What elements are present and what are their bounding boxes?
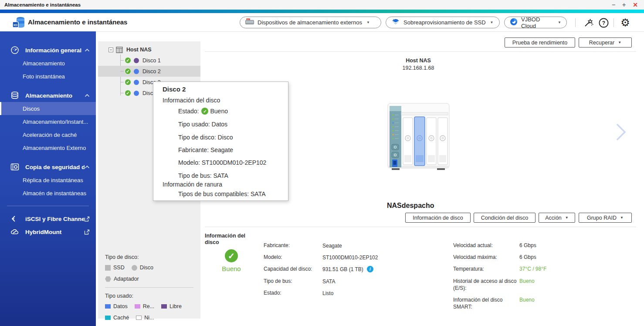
sidebar-item-replica-instantaneas[interactable]: Réplica de instantáneas bbox=[0, 173, 96, 187]
sidebar-link-iscsi[interactable]: iSCSI y Fibre Channel bbox=[0, 212, 96, 225]
tooltip-title: Disco 2 bbox=[163, 85, 186, 93]
field-label: Historial de acceso al disco (E/S): bbox=[453, 278, 519, 292]
sidebar-item-almacenamiento-instant[interactable]: Almacenamiento/Instant... bbox=[0, 115, 96, 128]
sidebar-link-hybridmount[interactable]: HybridMount bbox=[0, 225, 96, 238]
settings-gear-icon[interactable]: ⚙ bbox=[620, 17, 631, 28]
window-title: Almacenamiento e instantáneas bbox=[0, 2, 612, 7]
field-label: Información del disco SMART: bbox=[453, 296, 519, 310]
chevron-down-icon: ▼ bbox=[618, 41, 621, 44]
field-label: Capacidad del disco: bbox=[264, 266, 322, 273]
status-ok-icon: ✓ bbox=[125, 57, 131, 64]
info-icon[interactable]: i bbox=[367, 266, 373, 272]
tree-node-host-nas[interactable]: Host NAS bbox=[98, 45, 152, 54]
tooltip-row: Modelo: ST1000DM010-2EP102 bbox=[178, 159, 266, 166]
main-divider-bottom bbox=[205, 227, 636, 227]
used-type-dot bbox=[134, 91, 139, 96]
field-value: 37°C / 98°F bbox=[519, 265, 546, 272]
sidebar-item-aceleracion-cache[interactable]: Aceleración de caché bbox=[0, 128, 96, 141]
accent-gradient-bar bbox=[0, 10, 644, 13]
database-icon bbox=[10, 91, 20, 100]
app-header: IO Almacenamiento e instantáneas RAID Di… bbox=[0, 13, 644, 32]
page-title: Almacenamiento e instantáneas bbox=[28, 18, 127, 26]
tooltip-section-slot: Información de ranura bbox=[163, 181, 222, 188]
tooltip-row: Tipo de bus: SATA bbox=[178, 172, 228, 179]
legend-reservado-swatch bbox=[135, 304, 140, 309]
external-link-icon bbox=[84, 229, 90, 235]
legend-label: Adaptador bbox=[114, 276, 139, 282]
chevron-up-icon[interactable] bbox=[85, 48, 90, 52]
tab-condicion-del-disco[interactable]: Condición del disco bbox=[474, 213, 536, 223]
benchmark-button[interactable]: Prueba de rendimiento bbox=[505, 37, 575, 48]
field-label: Fabricante: bbox=[264, 242, 322, 249]
window-titlebar: Almacenamiento e instantáneas − + ✕ bbox=[0, 0, 644, 10]
vjbod-cloud-label: VJBOD Cloud bbox=[521, 16, 553, 29]
legend-divider bbox=[105, 287, 193, 288]
tab-grupo-raid-dropdown[interactable]: Grupo RAID ▼ bbox=[579, 213, 632, 223]
disk-label: Disco 2 bbox=[142, 68, 161, 75]
disk-info-panel-title: Información del disco bbox=[205, 233, 248, 246]
chevron-up-icon[interactable] bbox=[85, 165, 90, 169]
external-storage-dropdown[interactable]: RAID Dispositivos de almacenamiento exte… bbox=[240, 17, 381, 28]
ssd-overprovisioning-label: Sobreaprovisionamiento de SSD bbox=[403, 19, 486, 26]
next-device-chevron[interactable] bbox=[615, 122, 627, 143]
tab-accion-dropdown[interactable]: Acción ▼ bbox=[539, 213, 575, 223]
legend-label: SSD bbox=[113, 265, 125, 271]
vjbod-cloud-dropdown[interactable]: VJBOD Cloud ▼ bbox=[504, 17, 567, 28]
sidebar: Información general Almacenamiento Foto … bbox=[0, 31, 96, 326]
chevron-down-icon: ▼ bbox=[565, 216, 569, 220]
sidebar-item-almacen-instantaneas[interactable]: Almacén de instantáneas bbox=[0, 187, 96, 200]
sidebar-divider bbox=[7, 206, 89, 206]
chevron-down-icon: ▼ bbox=[620, 216, 624, 220]
help-icon[interactable]: ? bbox=[598, 17, 609, 28]
external-drive-icon: RAID bbox=[245, 18, 254, 27]
field-label: Modelo: bbox=[264, 254, 322, 261]
legend-disco-swatch bbox=[132, 265, 137, 271]
legend-ninguno-swatch bbox=[136, 316, 142, 320]
field-value: Bueno bbox=[519, 296, 535, 310]
legend-used-type-title: Tipo usado: bbox=[105, 293, 193, 299]
header-separator bbox=[575, 18, 576, 27]
sidebar-section-backup[interactable]: Copia de seguridad d... bbox=[0, 160, 96, 173]
disk-label: Disco 1 bbox=[142, 58, 161, 64]
sidebar-item-discos[interactable]: Discos bbox=[0, 102, 96, 115]
minimize-button[interactable]: − bbox=[612, 2, 615, 8]
sidebar-section-label: Almacenamiento bbox=[25, 92, 85, 99]
sidebar-item-almacenamiento[interactable]: Almacenamiento bbox=[0, 57, 96, 70]
legend-cache-swatch bbox=[105, 316, 111, 320]
recover-dropdown-button[interactable]: Recuperar ▼ bbox=[579, 37, 632, 48]
field-label: Temperatura: bbox=[453, 265, 519, 272]
tab-label: Grupo RAID bbox=[587, 215, 617, 221]
main-divider-top bbox=[205, 51, 636, 52]
tab-informacion-de-disco[interactable]: Información de disco bbox=[405, 213, 471, 223]
used-type-dot bbox=[134, 69, 139, 74]
sidebar-section-overview[interactable]: Información general bbox=[0, 44, 96, 57]
collapse-expander-icon[interactable] bbox=[108, 48, 113, 52]
legend-label: Ni... bbox=[144, 315, 154, 321]
tab-label: Información de disco bbox=[413, 215, 463, 221]
close-button[interactable]: ✕ bbox=[633, 2, 638, 8]
wizard-wand-icon[interactable] bbox=[583, 17, 594, 28]
field-label: Velocidad actual: bbox=[453, 242, 519, 249]
field-label: Tipo de bus: bbox=[264, 278, 322, 285]
sidebar-item-almacenamiento-externo[interactable]: Almacenamiento Externo bbox=[0, 141, 96, 154]
field-value: Bueno bbox=[519, 278, 535, 292]
sidebar-section-label: Información general bbox=[25, 47, 85, 54]
sidebar-section-storage[interactable]: Almacenamiento bbox=[0, 89, 96, 102]
tooltip-row: Tipo usado: Datos bbox=[178, 121, 227, 128]
disk-status-block: ✓ Bueno bbox=[205, 249, 258, 272]
gauge-icon bbox=[10, 46, 20, 54]
host-name: Host NAS bbox=[375, 58, 462, 64]
app-window: Almacenamiento e instantáneas − + ✕ IO A… bbox=[0, 0, 644, 326]
ssd-overprovisioning-dropdown[interactable]: Sobreaprovisionamiento de SSD ▼ bbox=[386, 17, 500, 28]
disk-fields-left: Fabricante:Seagate Modelo:ST1000DM010-2E… bbox=[264, 242, 438, 302]
tab-label: Condición del disco bbox=[481, 215, 528, 221]
maximize-button[interactable]: + bbox=[622, 2, 626, 8]
tree-row-disco1[interactable]: ✓ Disco 1 bbox=[98, 55, 200, 66]
status-ok-icon: ✓ bbox=[225, 249, 238, 262]
tree-row-disco2[interactable]: ✓ Disco 2 bbox=[98, 66, 200, 77]
tooltip-section-disk: Información del disco bbox=[163, 97, 220, 104]
sidebar-item-foto-instantanea[interactable]: Foto instantánea bbox=[0, 70, 96, 83]
chevron-down-icon: ▼ bbox=[490, 20, 494, 24]
legend-label: Disco bbox=[140, 265, 153, 271]
chevron-up-icon[interactable] bbox=[85, 94, 90, 97]
